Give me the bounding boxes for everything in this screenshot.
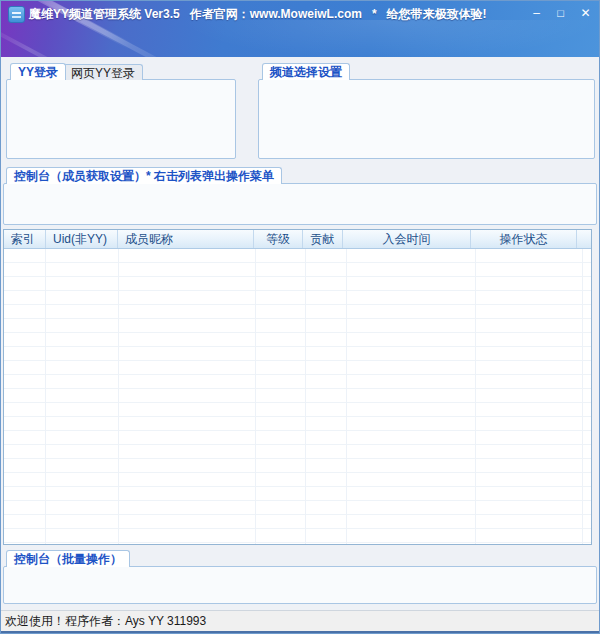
member-list-header: 索引 Uid(非YY) 成员昵称 等级 贡献 入会时间 操作状态 — [4, 230, 591, 249]
member-list-body[interactable] — [4, 249, 591, 544]
column-header-level[interactable]: 等级 — [254, 230, 303, 248]
grid-line — [118, 249, 119, 544]
column-header-contrib[interactable]: 贡献 — [303, 230, 343, 248]
batch-console-groupbox — [3, 566, 597, 604]
column-header-nickname[interactable]: 成员昵称 — [118, 230, 254, 248]
app-icon — [8, 6, 25, 23]
column-header-index[interactable]: 索引 — [4, 230, 46, 248]
tab-member-console[interactable]: 控制台（成员获取设置）* 右击列表弹出操作菜单 — [6, 167, 282, 184]
title-bar: 魔维YY频道管理系统 Ver3.5 作者官网：www.MoweiwL.com *… — [0, 0, 600, 57]
grid-line — [475, 249, 476, 544]
member-list[interactable]: 索引 Uid(非YY) 成员昵称 等级 贡献 入会时间 操作状态 — [3, 229, 592, 545]
window-title: 魔维YY频道管理系统 Ver3.5 作者官网：www.MoweiwL.com *… — [29, 0, 487, 28]
app-window: 魔维YY频道管理系统 Ver3.5 作者官网：www.MoweiwL.com *… — [0, 0, 600, 634]
tab-batch-console[interactable]: 控制台（批量操作） — [6, 550, 130, 567]
status-text: 欢迎使用！程序作者：Ays YY 311993 — [5, 614, 206, 628]
grid-line — [255, 249, 256, 544]
tab-web-yy-login[interactable]: 网页YY登录 — [63, 64, 143, 80]
grid-line — [45, 249, 46, 544]
login-groupbox — [6, 79, 236, 159]
grid-line — [582, 249, 583, 544]
column-header-filler — [577, 230, 591, 248]
close-button[interactable]: ✕ — [576, 4, 595, 22]
channel-groupbox — [258, 79, 595, 159]
column-header-op-status[interactable]: 操作状态 — [471, 230, 577, 248]
maximize-button[interactable]: □ — [551, 4, 570, 22]
grid-line — [305, 249, 306, 544]
column-header-uid[interactable]: Uid(非YY) — [46, 230, 118, 248]
member-console-groupbox — [3, 183, 597, 225]
minimize-button[interactable]: – — [527, 4, 546, 22]
tab-channel-settings[interactable]: 频道选择设置 — [262, 63, 350, 80]
column-header-join-time[interactable]: 入会时间 — [343, 230, 471, 248]
tab-yy-login[interactable]: YY登录 — [10, 63, 66, 80]
grid-line — [346, 249, 347, 544]
status-bar: 欢迎使用！程序作者：Ays YY 311993 — [0, 610, 600, 631]
